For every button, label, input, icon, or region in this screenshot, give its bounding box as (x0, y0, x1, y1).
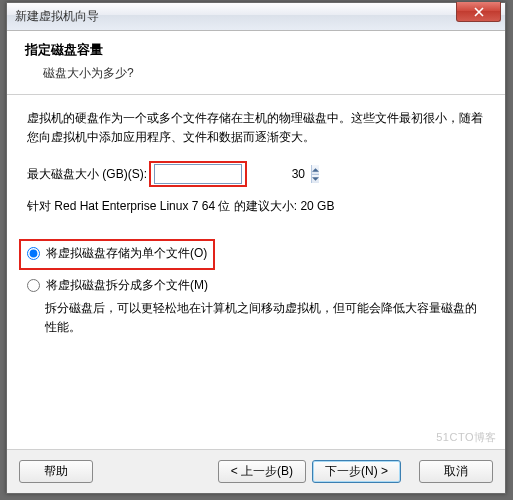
radio-single-highlight: 将虚拟磁盘存储为单个文件(O) (19, 239, 215, 270)
wizard-footer: 帮助 < 上一步(B) 下一步(N) > 取消 (7, 449, 505, 493)
back-button[interactable]: < 上一步(B) (218, 460, 306, 483)
disk-size-label: 最大磁盘大小 (GB)(S): (27, 165, 147, 184)
radio-single-file[interactable]: 将虚拟磁盘存储为单个文件(O) (27, 244, 207, 263)
close-button[interactable] (456, 2, 501, 22)
page-subtitle: 磁盘大小为多少? (43, 65, 487, 82)
disk-size-row: 最大磁盘大小 (GB)(S): (27, 161, 485, 187)
watermark: 51CTO博客 (436, 430, 497, 445)
page-title: 指定磁盘容量 (25, 41, 487, 59)
radio-split-label: 将虚拟磁盘拆分成多个文件(M) (46, 276, 208, 295)
spinner-up[interactable] (312, 165, 319, 175)
disk-size-input[interactable] (155, 165, 311, 183)
window-title: 新建虚拟机向导 (15, 8, 99, 25)
help-button[interactable]: 帮助 (19, 460, 93, 483)
radio-split-input[interactable] (27, 279, 40, 292)
wizard-content: 虚拟机的硬盘作为一个或多个文件存储在主机的物理磁盘中。这些文件最初很小，随着您向… (7, 95, 505, 336)
disk-size-highlight (149, 161, 247, 187)
split-description: 拆分磁盘后，可以更轻松地在计算机之间移动虚拟机，但可能会降低大容量磁盘的性能。 (45, 299, 485, 336)
next-button[interactable]: 下一步(N) > (312, 460, 401, 483)
intro-text: 虚拟机的硬盘作为一个或多个文件存储在主机的物理磁盘中。这些文件最初很小，随着您向… (27, 109, 485, 147)
close-icon (474, 7, 484, 17)
recommended-size-text: 针对 Red Hat Enterprise Linux 7 64 位 的建议大小… (27, 197, 485, 216)
spinner-down[interactable] (312, 175, 319, 184)
chevron-down-icon (312, 177, 319, 181)
radio-split-files[interactable]: 将虚拟磁盘拆分成多个文件(M) (27, 276, 485, 295)
wizard-window: 新建虚拟机向导 指定磁盘容量 磁盘大小为多少? 虚拟机的硬盘作为一个或多个文件存… (6, 2, 506, 494)
radio-single-input[interactable] (27, 247, 40, 260)
chevron-up-icon (312, 168, 319, 172)
spinner-buttons (311, 165, 319, 183)
wizard-header: 指定磁盘容量 磁盘大小为多少? (7, 31, 505, 95)
radio-single-label: 将虚拟磁盘存储为单个文件(O) (46, 244, 207, 263)
cancel-button[interactable]: 取消 (419, 460, 493, 483)
disk-size-spinner[interactable] (154, 164, 242, 184)
titlebar: 新建虚拟机向导 (7, 3, 505, 31)
